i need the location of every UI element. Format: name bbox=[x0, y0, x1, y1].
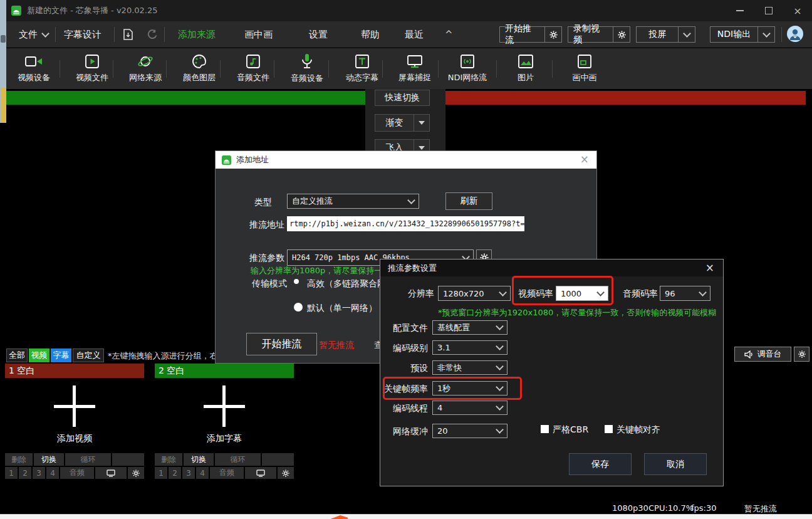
undo-icon[interactable] bbox=[147, 29, 158, 39]
close-icon[interactable]: × bbox=[705, 263, 714, 273]
toolbar-ndi-stream[interactable]: NDI网络流 bbox=[440, 48, 495, 89]
group2-header[interactable]: 2 空白 bbox=[155, 364, 294, 378]
group2-slot-1[interactable]: 1 bbox=[155, 467, 167, 479]
network-buffer-select[interactable]: 20 bbox=[432, 424, 508, 438]
ndi-output-button[interactable]: NDI输出 bbox=[710, 26, 775, 43]
profile-select[interactable]: 基线配置 bbox=[432, 320, 508, 335]
background-taskbar-strip bbox=[0, 514, 812, 519]
toolbar-picture[interactable]: 图片 bbox=[498, 48, 553, 89]
menu-file[interactable]: 文件 bbox=[19, 21, 38, 48]
group1-loop-button[interactable]: 循环 bbox=[65, 453, 111, 466]
tab-custom[interactable]: 自定义 bbox=[73, 349, 104, 362]
save-button[interactable]: 保存 bbox=[569, 453, 632, 475]
minimize-button[interactable] bbox=[726, 0, 754, 21]
menu-add-source[interactable]: 添加来源 bbox=[178, 21, 216, 48]
tab-subtitle[interactable]: 字幕 bbox=[51, 349, 71, 362]
audio-bitrate-select[interactable]: 96 bbox=[660, 286, 710, 301]
cast-button[interactable]: 投屏 bbox=[636, 26, 695, 43]
menu-pip[interactable]: 画中画 bbox=[244, 21, 273, 48]
dialog-title-bar[interactable]: 添加地址 bbox=[216, 151, 596, 169]
menu-subtitle-design[interactable]: 字幕设计 bbox=[64, 21, 102, 48]
dropdown-triangle-icon[interactable] bbox=[414, 115, 429, 131]
group1-settings-button[interactable] bbox=[128, 467, 144, 479]
toolbar-audio-device[interactable]: 音频设备 bbox=[279, 48, 335, 89]
color-layer-icon bbox=[191, 54, 207, 69]
toolbar-separator bbox=[496, 60, 497, 78]
group1-audio-button[interactable]: 音频 bbox=[60, 467, 94, 479]
group2-monitor-button[interactable] bbox=[245, 467, 276, 479]
group2-slot-4[interactable]: 4 bbox=[196, 467, 209, 479]
toolbar-video-device[interactable]: 视频设备 bbox=[6, 48, 61, 89]
status-cpu: CPU:10.7% bbox=[648, 503, 694, 513]
group1-header[interactable]: 1 空白 bbox=[5, 364, 144, 378]
drag-hint: *左键拖拽输入源进行分组，右 bbox=[108, 350, 215, 362]
group2-loop-button[interactable]: 循环 bbox=[215, 453, 261, 466]
transition-fade-dropdown[interactable]: 渐变 bbox=[375, 114, 430, 132]
group2-body[interactable]: 添加字幕 bbox=[155, 378, 294, 453]
stream-url-input[interactable]: rtmp://p1bj.weizan.cn/v/213432_132289906… bbox=[287, 216, 524, 231]
collapse-caret[interactable]: ^ bbox=[445, 21, 453, 48]
gear-icon bbox=[132, 469, 140, 477]
refresh-button[interactable]: 刷新 bbox=[445, 192, 492, 210]
toolbar-pip[interactable]: 画中画 bbox=[557, 48, 612, 89]
toolbar-audio-file[interactable]: 音频文件 bbox=[226, 48, 281, 89]
mixer-button[interactable]: 调音台 bbox=[734, 347, 791, 362]
group2-settings-button[interactable] bbox=[278, 467, 294, 479]
group2-delete-button[interactable]: 删除 bbox=[155, 453, 182, 466]
dialog-title-bar[interactable]: 推流参数设置 bbox=[380, 260, 723, 276]
cancel-button[interactable]: 取消 bbox=[644, 453, 707, 475]
toolbar-separator bbox=[166, 60, 167, 78]
toolbar-dynamic-subtitle[interactable]: 动态字幕 bbox=[335, 48, 390, 89]
toolbar-network-source[interactable]: 网络来源 bbox=[118, 48, 173, 89]
toolbar-video-file[interactable]: 视频文件 bbox=[65, 48, 120, 89]
record-video-button[interactable]: 录制视频 bbox=[568, 26, 630, 43]
orange-shape bbox=[329, 515, 348, 519]
tab-video[interactable]: 视频 bbox=[29, 349, 49, 362]
menu-settings[interactable]: 设置 bbox=[309, 21, 328, 48]
group1-monitor-button[interactable] bbox=[95, 467, 127, 479]
toolbar-color-layer[interactable]: 颜色图层 bbox=[172, 48, 227, 89]
user-avatar[interactable] bbox=[787, 26, 803, 42]
group1-slot-2[interactable]: 2 bbox=[19, 467, 31, 479]
group1-body[interactable]: 添加视频 bbox=[5, 378, 144, 453]
save-icon[interactable] bbox=[123, 29, 133, 40]
profile-label: 配置文件 bbox=[380, 323, 428, 334]
menu-help[interactable]: 帮助 bbox=[361, 21, 380, 48]
resolution-select[interactable]: 1280x720 bbox=[438, 286, 511, 301]
maximize-button[interactable] bbox=[754, 0, 783, 21]
group2-slot-2[interactable]: 2 bbox=[169, 467, 181, 479]
start-stream-button[interactable]: 开始推流 bbox=[499, 26, 562, 43]
group2-audio-button[interactable]: 音频 bbox=[210, 467, 244, 479]
group1-switch-button[interactable]: 切换 bbox=[34, 453, 64, 466]
group2-switch-button[interactable]: 切换 bbox=[184, 453, 214, 466]
close-button[interactable]: × bbox=[783, 0, 812, 21]
type-select[interactable]: 自定义推流 bbox=[287, 194, 419, 209]
ndi-dropdown-chevron-icon[interactable] bbox=[757, 27, 774, 42]
encode-level-label: 编码级别 bbox=[380, 343, 428, 354]
transport-default-radio[interactable] bbox=[294, 303, 303, 312]
start-stream-button[interactable]: 开始推流 bbox=[246, 333, 317, 355]
encode-level-select[interactable]: 3.1 bbox=[432, 340, 508, 355]
close-icon[interactable]: × bbox=[580, 154, 589, 165]
group1-slot-4[interactable]: 4 bbox=[46, 467, 59, 479]
mixer-settings-button[interactable] bbox=[794, 347, 809, 362]
program-bar bbox=[6, 91, 365, 105]
toolbar-screen-capture[interactable]: 屏幕捕捉 bbox=[387, 48, 442, 89]
group1-slot-1[interactable]: 1 bbox=[5, 467, 18, 479]
quick-switch-button[interactable]: 快速切换 bbox=[375, 90, 430, 106]
keyframe-align-checkbox[interactable] bbox=[605, 425, 613, 433]
tab-all[interactable]: 全部 bbox=[6, 349, 28, 362]
transport-efficient-radio[interactable] bbox=[294, 279, 299, 284]
menu-recent[interactable]: 最近 bbox=[405, 21, 424, 48]
strict-cbr-checkbox[interactable] bbox=[541, 425, 549, 433]
encode-threads-select[interactable]: 4 bbox=[432, 401, 508, 415]
preset-select[interactable]: 非常快 bbox=[432, 360, 508, 375]
group2-slot-3[interactable]: 3 bbox=[182, 467, 195, 479]
stream-settings-gear-icon[interactable] bbox=[544, 27, 561, 42]
cast-dropdown-chevron-icon[interactable] bbox=[678, 27, 695, 42]
record-settings-gear-icon[interactable] bbox=[613, 27, 630, 42]
status-stream: 暂无推流 bbox=[744, 503, 777, 515]
menu-separator bbox=[114, 27, 115, 42]
group1-delete-button[interactable]: 删除 bbox=[5, 453, 33, 466]
group1-slot-3[interactable]: 3 bbox=[33, 467, 45, 479]
